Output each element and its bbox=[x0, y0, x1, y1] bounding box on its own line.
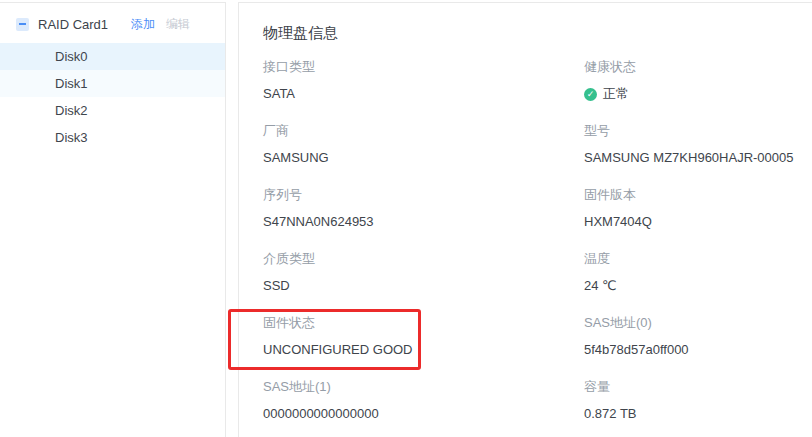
field-sas-address-0: SAS地址(0) 5f4b78d57a0ff000 bbox=[584, 314, 812, 359]
field-firmware-version: 固件版本 HXM7404Q bbox=[584, 186, 812, 231]
field-value: 正常 bbox=[584, 85, 812, 103]
field-value: 0.872 TB bbox=[584, 405, 812, 423]
field-label: 固件版本 bbox=[584, 186, 812, 204]
field-value: SAMSUNG bbox=[263, 149, 584, 167]
field-label: 厂商 bbox=[263, 122, 584, 140]
field-label: 容量 bbox=[584, 378, 812, 396]
tree-actions: 添加 编辑 bbox=[131, 16, 190, 33]
raid-tree-sidebar: RAID Card1 添加 编辑 Disk0 Disk1 Disk2 Disk3 bbox=[0, 2, 226, 437]
physical-disk-info-panel: 物理盘信息 接口类型 SATA 健康状态 正常 厂商 SAMSUNG 型号 SA… bbox=[238, 2, 812, 437]
field-value: S47NNA0N624953 bbox=[263, 213, 584, 231]
field-firmware-state: 固件状态 UNCONFIGURED GOOD bbox=[263, 314, 584, 359]
add-link[interactable]: 添加 bbox=[131, 16, 155, 33]
field-temperature: 温度 24 ℃ bbox=[584, 250, 812, 295]
field-label: 型号 bbox=[584, 122, 812, 140]
field-label: 健康状态 bbox=[584, 58, 812, 76]
field-health-status: 健康状态 正常 bbox=[584, 58, 812, 103]
sidebar-item-disk0[interactable]: Disk0 bbox=[0, 43, 225, 70]
field-label: 温度 bbox=[584, 250, 812, 268]
field-grid: 接口类型 SATA 健康状态 正常 厂商 SAMSUNG 型号 SAMSUNG … bbox=[263, 58, 812, 423]
field-capacity: 容量 0.872 TB bbox=[584, 378, 812, 423]
sidebar-item-disk3[interactable]: Disk3 bbox=[0, 124, 225, 151]
field-sas-address-1: SAS地址(1) 0000000000000000 bbox=[263, 378, 584, 423]
tree-node-raid-card[interactable]: RAID Card1 添加 编辑 bbox=[0, 3, 225, 41]
minus-square-icon[interactable] bbox=[16, 18, 29, 31]
field-label: 接口类型 bbox=[263, 58, 584, 76]
field-value: UNCONFIGURED GOOD bbox=[263, 341, 584, 359]
tree-node-label: RAID Card1 bbox=[38, 17, 131, 32]
sidebar-item-disk1[interactable]: Disk1 bbox=[0, 70, 225, 97]
health-status-text: 正常 bbox=[603, 85, 629, 103]
edit-link[interactable]: 编辑 bbox=[166, 16, 190, 33]
sidebar-item-disk2[interactable]: Disk2 bbox=[0, 97, 225, 124]
field-value: SAMSUNG MZ7KH960HAJR-00005 bbox=[584, 149, 812, 167]
field-label: 序列号 bbox=[263, 186, 584, 204]
field-vendor: 厂商 SAMSUNG bbox=[263, 122, 584, 167]
field-interface-type: 接口类型 SATA bbox=[263, 58, 584, 103]
field-label: 固件状态 bbox=[263, 314, 584, 332]
field-value: 24 ℃ bbox=[584, 277, 812, 295]
field-label: 介质类型 bbox=[263, 250, 584, 268]
disk-list: Disk0 Disk1 Disk2 Disk3 bbox=[0, 43, 225, 151]
field-model: 型号 SAMSUNG MZ7KH960HAJR-00005 bbox=[584, 122, 812, 167]
field-label: SAS地址(1) bbox=[263, 378, 584, 396]
field-media-type: 介质类型 SSD bbox=[263, 250, 584, 295]
field-value: 5f4b78d57a0ff000 bbox=[584, 341, 812, 359]
field-value: HXM7404Q bbox=[584, 213, 812, 231]
field-label: SAS地址(0) bbox=[584, 314, 812, 332]
page-title: 物理盘信息 bbox=[263, 23, 812, 43]
field-value: 0000000000000000 bbox=[263, 405, 584, 423]
field-value: SSD bbox=[263, 277, 584, 295]
check-circle-icon bbox=[584, 88, 597, 101]
field-value: SATA bbox=[263, 85, 584, 103]
field-serial-number: 序列号 S47NNA0N624953 bbox=[263, 186, 584, 231]
